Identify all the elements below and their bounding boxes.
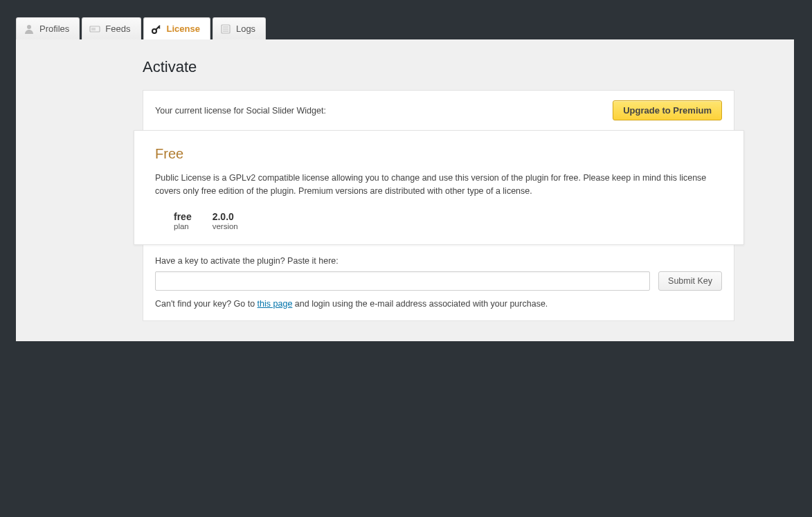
svg-line-6: [159, 27, 160, 28]
license-name: Free: [155, 146, 723, 162]
help-text: Can't find your key? Go to this page and…: [155, 299, 722, 309]
current-license-label: Your current license for Social Slider W…: [155, 106, 326, 116]
key-prompt: Have a key to activate the plugin? Paste…: [155, 256, 722, 266]
license-meta: free plan 2.0.0 version: [155, 211, 723, 230]
help-suffix: and login using the e-mail address assoc…: [292, 299, 548, 309]
tab-label: Profiles: [39, 24, 69, 34]
svg-rect-1: [90, 26, 100, 32]
version-value: 2.0.0: [213, 211, 238, 222]
version-meta: 2.0.0 version: [213, 211, 238, 230]
upgrade-button[interactable]: Upgrade to Premium: [613, 100, 722, 120]
tab-profiles[interactable]: Profiles: [16, 17, 80, 39]
list-icon: [220, 24, 231, 35]
activation-section: Have a key to activate the plugin? Paste…: [143, 245, 734, 320]
license-card: Your current license for Social Slider W…: [143, 90, 734, 321]
user-icon: [24, 24, 35, 35]
help-prefix: Can't find your key? Go to: [155, 299, 258, 309]
svg-point-4: [152, 29, 156, 33]
tab-bar: Profiles Feeds License Logs: [0, 0, 812, 39]
plan-value: free: [174, 211, 192, 222]
page-title: Activate: [16, 39, 794, 90]
tab-feeds[interactable]: Feeds: [82, 17, 141, 39]
license-key-input[interactable]: [155, 271, 650, 291]
version-label: version: [213, 222, 238, 230]
card-header: Your current license for Social Slider W…: [143, 91, 734, 130]
feed-icon: [89, 25, 100, 33]
submit-key-button[interactable]: Submit Key: [658, 271, 722, 291]
plan-label: plan: [174, 222, 192, 230]
tab-label: Feeds: [105, 24, 130, 34]
tab-label: License: [167, 24, 200, 34]
content-area: Activate Your current license for Social…: [16, 39, 794, 341]
tab-logs[interactable]: Logs: [213, 17, 266, 39]
tab-license[interactable]: License: [143, 17, 210, 39]
license-details-panel: Free Public License is a GPLv2 compatibl…: [134, 130, 744, 245]
key-icon: [151, 24, 162, 35]
key-input-row: Submit Key: [155, 271, 722, 291]
license-description: Public License is a GPLv2 compatible lic…: [155, 172, 723, 199]
tab-label: Logs: [236, 24, 255, 34]
svg-point-0: [27, 25, 31, 29]
plan-meta: free plan: [174, 211, 192, 230]
help-link[interactable]: this page: [258, 299, 293, 309]
